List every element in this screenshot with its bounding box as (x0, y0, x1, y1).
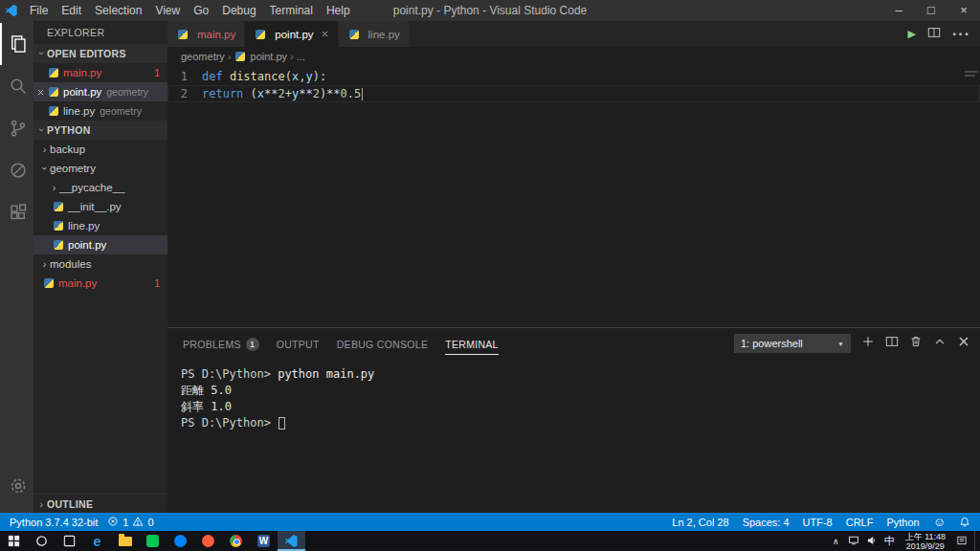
tree-item-point-py[interactable]: point.py (33, 235, 167, 254)
close-icon[interactable] (321, 30, 329, 38)
kill-terminal-button[interactable] (909, 335, 923, 352)
ime-indicator[interactable]: 中 (884, 534, 895, 548)
menu-file[interactable]: File (23, 0, 55, 21)
breadcrumb-item[interactable]: point.py (251, 51, 288, 62)
show-desktop-button[interactable] (974, 531, 978, 551)
activity-files[interactable] (0, 23, 33, 65)
status-python[interactable]: Python (886, 517, 919, 528)
menu-debug[interactable]: Debug (215, 0, 262, 21)
open-editor-item[interactable]: line.pygeometry (33, 101, 167, 121)
breadcrumb-item[interactable]: geometry (181, 51, 225, 62)
python-interpreter[interactable]: Python 3.7.4 32-bit (10, 517, 98, 528)
code-line[interactable]: 2 return (x**2+y**2)**0.5 (167, 85, 980, 102)
menu-help[interactable]: Help (320, 0, 357, 21)
file-name: line.py (68, 220, 100, 231)
tab-line-py[interactable]: line.py (339, 21, 410, 47)
taskbar-vscode[interactable] (278, 531, 305, 551)
open-editors-header[interactable]: › OPEN EDITORS (33, 44, 167, 63)
tree-item-line-py[interactable]: line.py (33, 216, 167, 235)
menu-edit[interactable]: Edit (55, 0, 88, 21)
taskbar-chrome[interactable] (222, 531, 250, 551)
taskbar-windows-start[interactable] (0, 531, 28, 551)
clock-date: 2019/9/29 (905, 541, 946, 551)
menu-go[interactable]: Go (187, 0, 215, 21)
taskbar-search[interactable] (28, 531, 56, 551)
taskbar-app-red[interactable] (194, 531, 222, 551)
maximize-button[interactable]: □ (915, 0, 947, 21)
taskbar-task-view[interactable] (56, 531, 83, 551)
chrome-icon (230, 535, 242, 547)
tree-item-backup[interactable]: ›backup (33, 140, 167, 159)
taskbar-word[interactable]: W (250, 531, 278, 551)
menu-terminal[interactable]: Terminal (263, 0, 320, 21)
tree-item--pycache-[interactable]: ›__pycache__ (33, 178, 167, 197)
action-center-icon[interactable] (956, 533, 968, 550)
panel-tab-debug-console[interactable]: DEBUG CONSOLE (337, 333, 429, 355)
close-icon[interactable] (33, 88, 47, 97)
workspace-header[interactable]: › PYTHON (33, 121, 167, 140)
python-file-icon (256, 30, 265, 39)
taskbar-edge[interactable]: e (83, 531, 111, 551)
status-crlf[interactable]: CRLF (846, 517, 874, 528)
breadcrumb-item[interactable]: ... (297, 51, 305, 62)
more-actions-button[interactable]: ··· (952, 26, 970, 43)
menu-view[interactable]: View (148, 0, 187, 21)
chevron-down-icon: › (36, 125, 48, 136)
tree-item-main-py[interactable]: main.py1 (33, 274, 167, 293)
problems-status[interactable]: 1 0 (107, 516, 153, 529)
minimap[interactable] (965, 69, 980, 330)
bottom-panel: PROBLEMS1OUTPUTDEBUG CONSOLETERMINAL 1: … (167, 327, 980, 513)
panel-tab-output[interactable]: OUTPUT (277, 333, 320, 355)
activity-settings[interactable] (0, 465, 33, 507)
new-terminal-button[interactable] (861, 335, 875, 352)
taskbar-file-explorer[interactable] (111, 531, 139, 551)
breadcrumb-separator-icon: › (290, 51, 294, 62)
status-utf-8[interactable]: UTF-8 (803, 517, 833, 528)
feedback-smiley-icon[interactable]: ☺ (933, 516, 946, 528)
terminal-text: 距離 5.0 (181, 384, 232, 397)
file-name: __pycache__ (59, 182, 124, 193)
notifications-bell-icon[interactable] (959, 517, 970, 528)
panel-tab-terminal[interactable]: TERMINAL (445, 333, 499, 355)
code-editor[interactable]: 1def distance(x,y):2 return (x**2+y**2)*… (167, 66, 980, 327)
taskbar-app-green[interactable] (139, 531, 167, 551)
status-bar: Python 3.7.4 32-bit 1 0 Ln 2, Col 28Spac… (0, 513, 980, 531)
outline-header[interactable]: › OUTLINE (33, 494, 167, 513)
clock[interactable]: 上午 11:48 2019/9/29 (902, 532, 949, 551)
tab-label: main.py (197, 29, 235, 40)
taskbar-app-blue[interactable] (167, 531, 194, 551)
code-line[interactable]: 1def distance(x,y): (167, 68, 980, 85)
split-terminal-button[interactable] (885, 335, 899, 352)
menu-selection[interactable]: Selection (88, 0, 148, 21)
activity-debug[interactable] (0, 149, 33, 191)
activity-extensions[interactable] (0, 191, 33, 233)
terminal-output[interactable]: PS D:\Python> python main.py距離 5.0斜率 1.0… (167, 359, 980, 513)
tab-point-py[interactable]: point.py (245, 21, 338, 47)
chevron-down-icon: ▼ (837, 341, 844, 347)
vscode-logo-icon (0, 4, 23, 17)
error-count: 1 (122, 517, 128, 528)
volume-icon[interactable] (866, 533, 878, 550)
display-icon[interactable] (848, 533, 859, 550)
app-green-icon (146, 535, 159, 547)
run-button[interactable]: ▶ (908, 28, 916, 40)
tree-item--init-py[interactable]: __init__.py (33, 197, 167, 216)
terminal-selector[interactable]: 1: powershell ▼ (734, 334, 851, 353)
panel-tab-problems[interactable]: PROBLEMS1 (183, 332, 259, 356)
activity-source-control[interactable] (0, 107, 33, 149)
close-panel-button[interactable] (957, 335, 970, 352)
split-editor-button[interactable] (927, 26, 941, 43)
tab-main-py[interactable]: main.py (167, 21, 245, 47)
open-editor-item[interactable]: point.pygeometry (33, 82, 167, 101)
status-ln-2-col-28[interactable]: Ln 2, Col 28 (672, 517, 728, 528)
activity-search[interactable] (0, 65, 33, 107)
vscode-icon (284, 534, 299, 548)
minimize-button[interactable]: – (882, 0, 915, 21)
open-editor-item[interactable]: main.py1 (33, 63, 167, 82)
tray-chevron-up-icon[interactable]: ∧ (831, 537, 841, 546)
close-button[interactable]: × (947, 0, 980, 21)
status-spaces[interactable]: Spaces: 4 (743, 517, 790, 528)
maximize-panel-button[interactable] (933, 335, 947, 352)
tree-item-modules[interactable]: ›modules (33, 254, 167, 274)
tree-item-geometry[interactable]: ›geometry (33, 159, 167, 178)
